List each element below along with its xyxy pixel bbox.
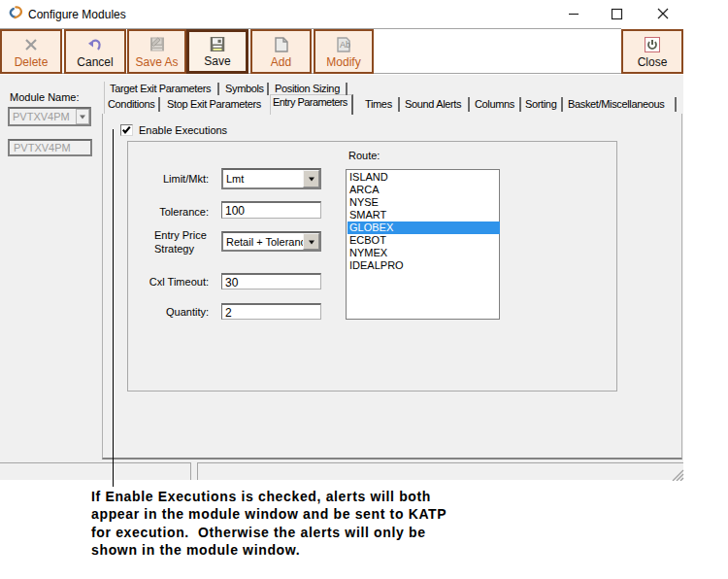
svg-text:Ab: Ab <box>340 40 350 50</box>
